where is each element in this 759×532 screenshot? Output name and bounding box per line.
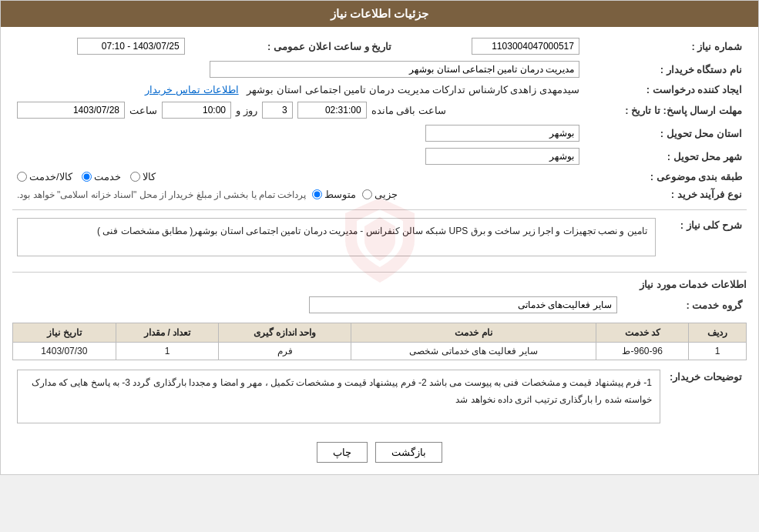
tabaqe-khadmat-label: خدمت	[94, 171, 121, 182]
tabaqe-label: طبقه بندی موضوعی :	[584, 168, 747, 186]
sharh-label: شرح کلی نیاز :	[660, 215, 747, 266]
tarikh-label: تاریخ و ساعت اعلان عمومی :	[190, 35, 408, 58]
mohlat-saat-input[interactable]	[162, 102, 231, 119]
dastgah-input[interactable]	[210, 61, 579, 78]
row-grohe: گروه خدمت :	[12, 293, 747, 316]
mohlat-saat-label: ساعت	[129, 105, 157, 116]
tabaqe-khadmat[interactable]: خدمت	[82, 171, 121, 182]
shahr-input[interactable]	[425, 148, 579, 165]
cell-radif: 1	[689, 343, 747, 360]
cell-vahed: فرم	[219, 343, 351, 360]
tabaqe-khadmat-radio[interactable]	[82, 172, 92, 182]
tabaqe-kala-label: کالا	[143, 171, 156, 182]
cell-nam: سایر فعالیت های خدماتی شخصی	[351, 343, 596, 360]
col-tarikh: تاریخ نیاز	[13, 323, 116, 343]
farayand-note: پرداخت تمام یا بخشی از مبلغ خریدار از مح…	[17, 189, 306, 200]
table-header: ردیف کد خدمت نام خدمت واحد اندازه گیری ت…	[13, 323, 747, 343]
row-ostan: استان محل تحویل :	[12, 122, 747, 145]
back-button[interactable]: بازگشت	[375, 442, 442, 463]
row-farayand: نوع فرآیند خرید : پرداخت تمام یا بخشی از…	[12, 186, 747, 203]
row-ejad: ایجاد کننده درخواست : سیدمهدی زاهدی کارش…	[12, 81, 747, 99]
page-title: جزئیات اطلاعات نیاز	[331, 7, 428, 20]
toseeh-value: 1- فرم پیشنهاد قیمت و مشخصات فنی به پیوس…	[12, 366, 665, 434]
ejad-text: سیدمهدی زاهدی کارشناس تدارکات مدیریت درم…	[247, 84, 579, 95]
grohe-input[interactable]	[309, 296, 617, 313]
farayand-jozi[interactable]: جزیی	[362, 189, 398, 200]
cell-tedad: 1	[116, 343, 219, 360]
shahr-label: شهر محل تحویل :	[584, 145, 747, 168]
print-button[interactable]: چاپ	[317, 442, 368, 463]
sharh-box: تامین و نصب تجهیزات و اجرا زیر ساخت و بر…	[17, 218, 656, 256]
shahr-value	[12, 145, 584, 168]
tabaqe-kala-radio[interactable]	[130, 172, 140, 182]
table-body: 1 960-96-ط سایر فعالیت های خدماتی شخصی ف…	[13, 343, 747, 360]
tarikh-input[interactable]	[77, 38, 185, 55]
row-sharh: شرح کلی نیاز : تامین و نصب تجهیزات و اجر…	[12, 215, 747, 266]
row-dastgah: نام دستگاه خریدار :	[12, 58, 747, 81]
grohe-value	[12, 293, 622, 316]
col-tedad: تعداد / مقدار	[116, 323, 219, 343]
toseeh-box: 1- فرم پیشنهاد قیمت و مشخصات فنی به پیوس…	[17, 370, 660, 423]
dastgah-label: نام دستگاه خریدار :	[584, 58, 747, 81]
mohlat-baqi-label: ساعت باقی مانده	[371, 105, 446, 116]
farayand-motavasset[interactable]: متوسط	[312, 189, 356, 200]
grohe-table: گروه خدمت :	[12, 293, 747, 316]
sharh-value: تامین و نصب تجهیزات و اجرا زیر ساخت و بر…	[12, 215, 660, 266]
col-radif: ردیف	[689, 323, 747, 343]
mohlat-baqi-input[interactable]	[297, 102, 367, 119]
ejad-value: سیدمهدی زاهدی کارشناس تدارکات مدیریت درم…	[12, 81, 584, 99]
sharh-section: شرح کلی نیاز : تامین و نصب تجهیزات و اجر…	[12, 215, 747, 266]
row-tabaqe: طبقه بندی موضوعی : کالا/خدمت خدمت کالا	[12, 168, 747, 186]
grohe-label: گروه خدمت :	[622, 293, 747, 316]
row-shahr: شهر محل تحویل :	[12, 145, 747, 168]
table-header-row: ردیف کد خدمت نام خدمت واحد اندازه گیری ت…	[13, 323, 747, 343]
tabaqe-kala-khadmat[interactable]: کالا/خدمت	[17, 171, 72, 182]
ejad-label: ایجاد کننده درخواست :	[584, 81, 747, 99]
col-vahed: واحد اندازه گیری	[219, 323, 351, 343]
mohlat-date-input[interactable]	[17, 102, 125, 119]
tabaqe-options: کالا/خدمت خدمت کالا	[12, 168, 584, 186]
farayand-motavasset-radio[interactable]	[312, 189, 322, 199]
row-toseeh: توضیحات خریدار: 1- فرم پیشنهاد قیمت و مش…	[12, 366, 747, 434]
tabaqe-kala-khadmat-radio[interactable]	[17, 172, 27, 182]
col-kod: کد خدمت	[596, 323, 688, 343]
ostan-label: استان محل تحویل :	[584, 122, 747, 145]
tarikh-value	[12, 35, 190, 58]
divider-1	[12, 209, 747, 210]
mohlat-value: ساعت روز و ساعت باقی مانده	[12, 99, 584, 122]
bottom-buttons: بازگشت چاپ	[12, 442, 747, 463]
content-area: شماره نیاز : تاریخ و ساعت اعلان عمومی : …	[1, 27, 758, 474]
toseeh-label: توضیحات خریدار:	[665, 366, 747, 434]
farayand-jozi-label: جزیی	[374, 189, 398, 200]
services-table: ردیف کد خدمت نام خدمت واحد اندازه گیری ت…	[12, 323, 747, 360]
divider-2	[12, 272, 747, 273]
table-row: 1 960-96-ط سایر فعالیت های خدماتی شخصی ف…	[13, 343, 747, 360]
mohlat-roz-label: روز و	[236, 105, 257, 116]
toseeh-table: توضیحات خریدار: 1- فرم پیشنهاد قیمت و مش…	[12, 366, 747, 434]
khadamat-section-title: اطلاعات خدمات مورد نیاز	[12, 279, 747, 290]
page-header: جزئیات اطلاعات نیاز	[1, 1, 758, 27]
farayand-value: پرداخت تمام یا بخشی از مبلغ خریدار از مح…	[12, 186, 584, 203]
tabaqe-kala[interactable]: کالا	[130, 171, 156, 182]
col-nam: نام خدمت	[351, 323, 596, 343]
tabaqe-kala-khadmat-label: کالا/خدمت	[29, 171, 72, 182]
mohlat-label: مهلت ارسال پاسخ: تا تاریخ :	[584, 99, 747, 122]
cell-tarikh: 1403/07/30	[13, 343, 116, 360]
shomare-value	[407, 35, 583, 58]
farayand-jozi-radio[interactable]	[362, 189, 372, 199]
ostan-input[interactable]	[425, 125, 579, 142]
row-shomare-tarikh: شماره نیاز : تاریخ و ساعت اعلان عمومی :	[12, 35, 747, 58]
farayand-label: نوع فرآیند خرید :	[584, 186, 747, 203]
mohlat-roz-input[interactable]	[262, 102, 293, 119]
shomare-input[interactable]	[472, 38, 579, 55]
farayand-motavasset-label: متوسط	[324, 189, 356, 200]
dastgah-value	[12, 58, 584, 81]
ostan-value	[12, 122, 584, 145]
cell-kod: 960-96-ط	[596, 343, 688, 360]
page-wrapper: جزئیات اطلاعات نیاز شماره نیاز : تاریخ و…	[0, 0, 759, 475]
ejad-link[interactable]: اطلاعات تماس خریدار	[145, 84, 238, 95]
info-table: شماره نیاز : تاریخ و ساعت اعلان عمومی : …	[12, 35, 747, 203]
shomare-label: شماره نیاز :	[584, 35, 747, 58]
sharh-table: شرح کلی نیاز : تامین و نصب تجهیزات و اجر…	[12, 215, 747, 266]
row-mohlat: مهلت ارسال پاسخ: تا تاریخ : ساعت روز و س…	[12, 99, 747, 122]
